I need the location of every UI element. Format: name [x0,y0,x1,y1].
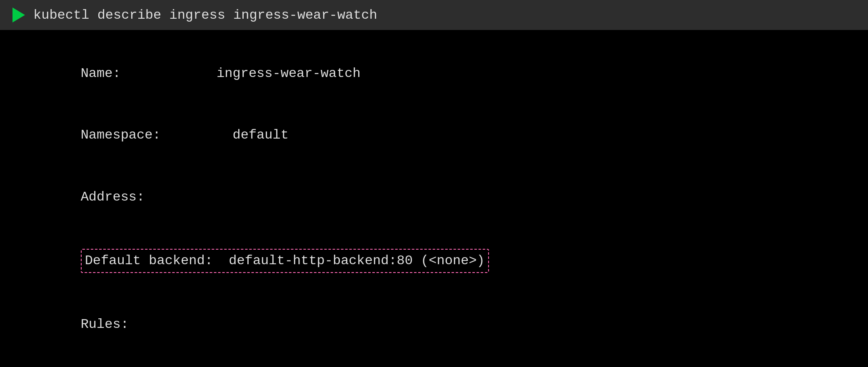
terminal-window: kubectl describe ingress ingress-wear-wa… [0,0,868,367]
terminal-titlebar: kubectl describe ingress ingress-wear-wa… [0,0,868,30]
namespace-label: Namespace: [81,127,161,143]
rules-label: Rules: [81,317,129,332]
name-line: Name: ingress-wear-watch [17,42,851,104]
terminal-title: kubectl describe ingress ingress-wear-wa… [33,7,377,23]
address-line: Address: [17,166,851,228]
namespace-line: Namespace: default [17,104,851,166]
play-icon [12,7,25,22]
namespace-value: default [161,127,289,143]
name-label: Name: [81,66,121,81]
default-backend-highlight: Default backend: default-http-backend:80… [81,249,489,273]
address-label: Address: [81,189,145,205]
terminal-content: Name: ingress-wear-watch Namespace: defa… [17,42,851,367]
name-value: ingress-wear-watch [121,66,361,81]
terminal-body[interactable]: Name: ingress-wear-watch Namespace: defa… [0,30,868,367]
rules-label-line: Rules: [17,293,851,355]
rules-header-line: Host Path Backends [17,355,851,367]
default-backend-line: Default backend: default-http-backend:80… [17,228,851,293]
